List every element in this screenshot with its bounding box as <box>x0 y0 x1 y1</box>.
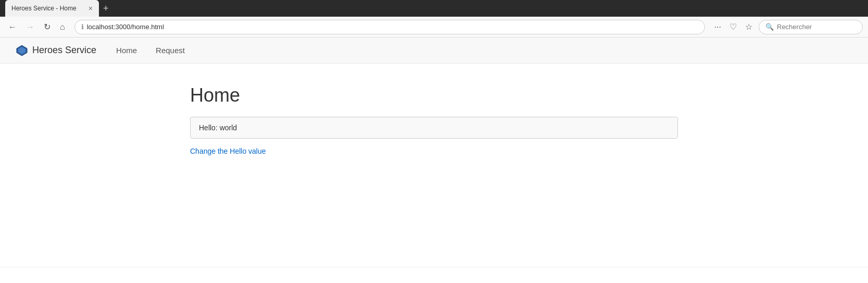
nav-actions: ··· ♡ ☆ <box>711 20 756 34</box>
new-tab-button[interactable]: + <box>99 3 113 14</box>
search-bar: 🔍 <box>759 20 863 34</box>
address-input[interactable] <box>87 23 698 31</box>
footer: This is an example using the Hyperledger… <box>0 267 868 283</box>
home-button[interactable]: ⌂ <box>57 20 68 34</box>
back-button[interactable]: ← <box>5 20 20 34</box>
browser-chrome: Heroes Service - Home × + <box>0 0 868 17</box>
brand: Heroes Service <box>16 44 96 57</box>
page-heading: Home <box>190 84 678 106</box>
forward-button[interactable]: → <box>23 20 37 34</box>
brand-icon <box>16 44 28 57</box>
active-tab: Heroes Service - Home × <box>5 0 99 17</box>
tab-bar: Heroes Service - Home × + <box>5 0 113 17</box>
page-navbar: Heroes Service Home Request <box>0 38 868 64</box>
refresh-button[interactable]: ↻ <box>41 20 54 34</box>
change-hello-link[interactable]: Change the Hello value <box>190 147 266 155</box>
hello-box: Hello: world <box>190 117 678 139</box>
search-icon: 🔍 <box>765 23 774 31</box>
bookmark-button[interactable]: ☆ <box>742 20 756 34</box>
tab-title: Heroes Service - Home <box>11 5 84 12</box>
address-bar-container: ℹ <box>74 20 705 34</box>
more-button[interactable]: ··· <box>711 20 724 34</box>
brand-name: Heroes Service <box>32 45 96 56</box>
nav-link-request[interactable]: Request <box>152 44 189 57</box>
main-content: Home Hello: world Change the Hello value <box>0 64 868 246</box>
pocket-button[interactable]: ♡ <box>726 20 740 34</box>
nav-link-home[interactable]: Home <box>112 44 141 57</box>
search-input[interactable] <box>777 23 850 31</box>
tab-close-button[interactable]: × <box>89 5 93 12</box>
navigation-bar: ← → ↻ ⌂ ℹ ··· ♡ ☆ 🔍 <box>0 17 868 38</box>
info-icon: ℹ <box>81 23 84 31</box>
